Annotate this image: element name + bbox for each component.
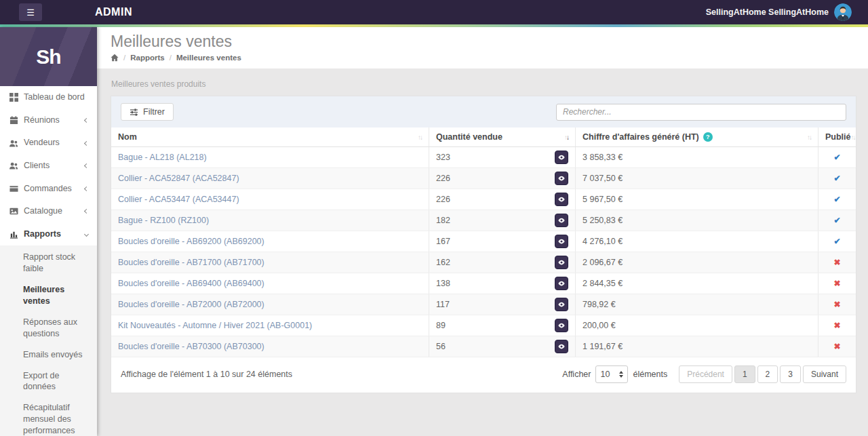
eye-icon bbox=[557, 195, 566, 203]
bar-chart-icon bbox=[9, 230, 18, 239]
dashboard-grid-icon bbox=[9, 93, 18, 102]
user-avatar[interactable] bbox=[834, 3, 852, 21]
view-product-button[interactable] bbox=[555, 319, 568, 332]
app-logo[interactable]: Sh bbox=[0, 27, 97, 86]
table-row: Boucles d'oreille - AB69400 (AB69400) 13… bbox=[111, 273, 856, 294]
view-product-button[interactable] bbox=[555, 277, 568, 290]
eye-icon bbox=[557, 279, 566, 288]
pagination-page-1[interactable]: 1 bbox=[734, 365, 755, 383]
pagination-next[interactable]: Suivant bbox=[803, 365, 846, 383]
product-link[interactable]: Boucles d'oreille - AB69400 (AB69400) bbox=[118, 279, 264, 288]
sidebar-item-tableau-de-bord[interactable]: Tableau de bord bbox=[0, 86, 97, 109]
chevron-down-icon bbox=[84, 232, 89, 237]
pagination-page-3[interactable]: 3 bbox=[780, 365, 801, 383]
revenue-value: 7 037,50 € bbox=[575, 168, 818, 189]
view-product-button[interactable] bbox=[555, 340, 568, 353]
menu-toggle-button[interactable]: ☰ bbox=[19, 3, 42, 21]
qty-value: 226 bbox=[436, 195, 450, 204]
table-info: Affichage de l'élément 1 à 10 sur 24 élé… bbox=[121, 370, 292, 379]
revenue-value: 5 967,50 € bbox=[575, 189, 818, 210]
revenue-value: 4 276,10 € bbox=[575, 231, 818, 252]
view-product-button[interactable] bbox=[555, 256, 568, 269]
view-product-button[interactable] bbox=[555, 214, 568, 227]
best-sales-table: Nom ↑↓ Quantité vendue ↑↓ Chiffre d'affa… bbox=[111, 127, 856, 357]
eye-icon bbox=[557, 174, 566, 182]
published-status-icon: ✔ bbox=[833, 153, 840, 162]
pagination-previous[interactable]: Précédent bbox=[679, 365, 732, 383]
length-label-before: Afficher bbox=[562, 370, 591, 379]
view-product-button[interactable] bbox=[555, 193, 568, 206]
sidebar-subitem-reponses-aux-questions[interactable]: Réponses aux questions bbox=[0, 312, 97, 344]
product-link[interactable]: Boucles d'oreille - AB70300 (AB70300) bbox=[118, 342, 264, 351]
sidebar-item-clients[interactable]: Clients bbox=[0, 155, 97, 178]
sidebar-item-catalogue[interactable]: Catalogue bbox=[0, 200, 97, 223]
view-product-button[interactable] bbox=[555, 298, 568, 311]
user-name[interactable]: SellingAtHome SellingAtHome bbox=[706, 7, 829, 17]
sidebar-item-rapports[interactable]: Rapports bbox=[0, 223, 97, 246]
page-header: Meilleures ventes / Rapports / Meilleure… bbox=[97, 27, 868, 68]
product-link[interactable]: Boucles d'oreille - AB69200 (AB69200) bbox=[118, 237, 264, 246]
column-header-chiffre-affaires[interactable]: Chiffre d'affaires généré (HT) ? ↑↓ bbox=[575, 127, 818, 146]
revenue-value: 2 096,67 € bbox=[575, 252, 818, 273]
best-sales-card: Filtrer Nom ↑↓ Quantité vendue ↑↓ bbox=[111, 96, 856, 393]
sidebar-subitem-recapitulatif-mensuel[interactable]: Récapitulatif mensuel des performances bbox=[0, 397, 97, 436]
sidebar-item-reunions[interactable]: Réunions bbox=[0, 109, 97, 132]
chevron-left-icon bbox=[84, 141, 89, 146]
column-header-publie[interactable]: Publié ↑↓ bbox=[818, 127, 862, 146]
eye-icon bbox=[557, 300, 566, 309]
calendar-icon bbox=[9, 115, 18, 125]
breadcrumb-rapports[interactable]: Rapports bbox=[130, 54, 164, 62]
topbar: ☰ ADMIN SellingAtHome SellingAtHome bbox=[0, 0, 868, 24]
table-header-row: Nom ↑↓ Quantité vendue ↑↓ Chiffre d'affa… bbox=[111, 127, 856, 147]
sliders-icon bbox=[130, 108, 138, 117]
eye-icon bbox=[557, 258, 566, 266]
product-link[interactable]: Kit Nouveautés - Automne / Hiver 2021 (A… bbox=[118, 321, 312, 330]
eye-icon bbox=[557, 342, 566, 351]
view-product-button[interactable] bbox=[555, 235, 568, 248]
revenue-value: 1 191,67 € bbox=[575, 336, 818, 357]
search-input[interactable] bbox=[556, 104, 846, 121]
sort-icon: ↑↓ bbox=[418, 134, 422, 141]
qty-value: 323 bbox=[436, 153, 450, 162]
revenue-value: 2 844,35 € bbox=[575, 273, 818, 294]
published-status-icon: ✖ bbox=[833, 321, 840, 330]
page-length-select[interactable]: 10 bbox=[595, 365, 628, 383]
published-status-icon: ✖ bbox=[833, 258, 840, 267]
sidebar-item-commandes[interactable]: Commandes bbox=[0, 178, 97, 201]
qty-value: 226 bbox=[436, 174, 450, 183]
product-link[interactable]: Bague - RZ100 (RZ100) bbox=[118, 216, 209, 225]
sidebar-subitem-rapport-stock-faible[interactable]: Rapport stock faible bbox=[0, 247, 97, 279]
table-row: Collier - ACA53447 (ACA53447) 226 5 967,… bbox=[111, 189, 856, 210]
product-link[interactable]: Boucles d'oreille - AB71700 (AB71700) bbox=[118, 258, 264, 267]
product-link[interactable]: Bague - AL218 (AL218) bbox=[118, 153, 207, 162]
product-link[interactable]: Collier - ACA52847 (ACA52847) bbox=[118, 174, 239, 183]
home-icon[interactable] bbox=[111, 54, 119, 62]
sidebar-subitem-meilleures-ventes[interactable]: Meilleures ventes bbox=[0, 279, 97, 312]
published-status-icon: ✔ bbox=[833, 237, 840, 246]
published-status-icon: ✖ bbox=[833, 342, 840, 351]
product-link[interactable]: Collier - ACA53447 (ACA53447) bbox=[118, 195, 239, 204]
breadcrumb-current[interactable]: Meilleures ventes bbox=[176, 54, 241, 62]
pagination-page-2[interactable]: 2 bbox=[757, 365, 778, 383]
view-product-button[interactable] bbox=[555, 172, 568, 185]
revenue-value: 5 250,83 € bbox=[575, 210, 818, 231]
rapports-submenu: Rapport stock faible Meilleures ventes R… bbox=[0, 245, 97, 436]
revenue-value: 3 858,33 € bbox=[575, 147, 818, 167]
table-footer: Affichage de l'élément 1 à 10 sur 24 élé… bbox=[111, 357, 856, 393]
filter-button[interactable]: Filtrer bbox=[121, 103, 174, 121]
column-header-nom[interactable]: Nom ↑↓ bbox=[111, 127, 429, 146]
sidebar-subitem-emails-envoyes[interactable]: Emails envoyés bbox=[0, 344, 97, 365]
sort-icon: ↑↓ bbox=[807, 134, 811, 141]
column-header-quantite[interactable]: Quantité vendue ↑↓ bbox=[429, 127, 575, 146]
published-status-icon: ✔ bbox=[833, 195, 840, 204]
page-title: Meilleures ventes bbox=[111, 33, 854, 51]
qty-value: 56 bbox=[436, 342, 446, 351]
card-toolbar: Filtrer bbox=[111, 96, 856, 127]
sidebar-item-vendeurs[interactable]: Vendeurs bbox=[0, 132, 97, 155]
sidebar-nav: Tableau de bord Réunions Vendeurs Client… bbox=[0, 86, 97, 436]
view-product-button[interactable] bbox=[555, 151, 568, 164]
sidebar-subitem-export-de-donnees[interactable]: Export de données bbox=[0, 365, 97, 398]
table-row: Kit Nouveautés - Automne / Hiver 2021 (A… bbox=[111, 315, 856, 336]
help-icon[interactable]: ? bbox=[703, 132, 713, 142]
product-link[interactable]: Boucles d'oreille - AB72000 (AB72000) bbox=[118, 300, 264, 309]
